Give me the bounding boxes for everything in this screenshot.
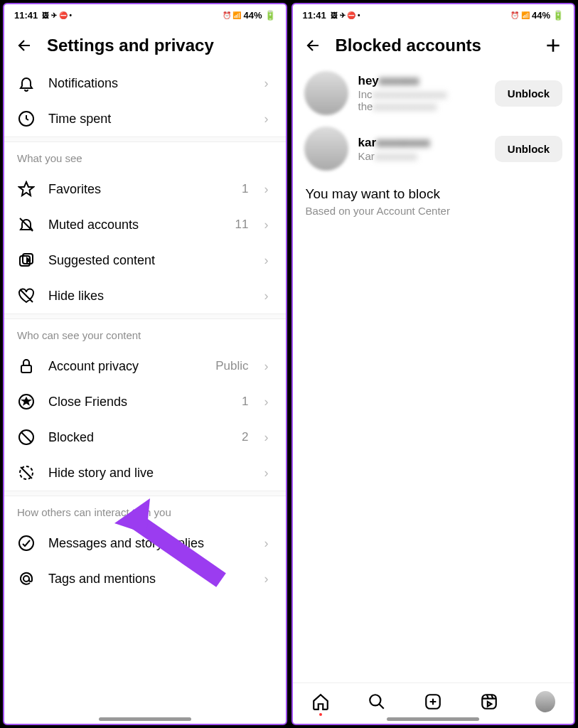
star-icon <box>17 180 36 198</box>
suggest-block: You may want to block Based on your Acco… <box>293 176 574 223</box>
message-icon <box>17 534 36 552</box>
blocked-username: heyxxxxxx <box>358 74 485 88</box>
battery-icon: 🔋 <box>264 10 276 21</box>
nav-reels[interactable] <box>479 692 499 712</box>
row-tags-mentions[interactable]: Tags and mentions › <box>4 561 286 596</box>
status-time: 11:41 <box>14 10 38 21</box>
row-account-privacy[interactable]: Account privacy Public › <box>4 348 286 384</box>
divider <box>4 314 286 319</box>
blocked-account-row: heyxxxxxx Incxxxxxxxxxxxxxx thexxxxxxxxx… <box>293 65 574 121</box>
notification-dot <box>319 713 322 716</box>
status-battery: 44% <box>532 10 550 21</box>
unblock-button[interactable]: Unblock <box>495 136 562 162</box>
section-header: What you see <box>4 142 286 171</box>
status-left-icons: 🖼 ✈ ⛔ • <box>42 11 72 19</box>
nav-create[interactable] <box>423 692 443 712</box>
row-suggested-content[interactable]: Suggested content › <box>4 242 286 278</box>
bell-icon <box>17 74 36 92</box>
section-header: Who can see your content <box>4 319 286 348</box>
section-header: How others can interact with you <box>4 496 286 525</box>
page-title: Settings and privacy <box>47 36 274 55</box>
suggest-sub: Based on your Account Center <box>306 205 562 217</box>
status-time: 11:41 <box>303 10 326 21</box>
row-messages-replies[interactable]: Messages and story replies › <box>4 525 286 561</box>
chevron-right-icon: › <box>264 359 273 374</box>
back-button[interactable] <box>304 36 323 55</box>
status-battery: 44% <box>243 10 262 21</box>
svg-point-9 <box>370 695 380 705</box>
chevron-right-icon: › <box>264 572 273 587</box>
status-bar: 11:41 🖼 ✈ ⛔ • ⏰ 📶 44% 🔋 <box>293 4 574 26</box>
chevron-right-icon: › <box>264 289 273 304</box>
chevron-right-icon: › <box>264 253 273 268</box>
row-hide-story[interactable]: Hide story and live › <box>4 455 286 491</box>
unblock-button[interactable]: Unblock <box>495 80 562 107</box>
row-blocked[interactable]: Blocked 2 › <box>4 419 286 455</box>
phone-right: 11:41 🖼 ✈ ⛔ • ⏰ 📶 44% 🔋 Blocked accounts… <box>291 3 576 725</box>
chevron-right-icon: › <box>264 182 273 197</box>
suggest-title: You may want to block <box>306 186 562 202</box>
row-time-spent[interactable]: Time spent › <box>4 101 286 136</box>
row-hide-likes[interactable]: Hide likes › <box>4 278 286 314</box>
chevron-right-icon: › <box>264 76 273 91</box>
home-indicator[interactable] <box>99 717 191 721</box>
svg-point-7 <box>19 536 33 550</box>
bell-off-icon <box>17 215 36 234</box>
blocked-username: karxxxxxxxx <box>358 136 485 150</box>
add-button[interactable] <box>544 36 562 55</box>
heart-off-icon <box>17 287 36 305</box>
page-header: Settings and privacy <box>4 26 286 65</box>
block-icon <box>17 428 36 446</box>
page-title: Blocked accounts <box>336 36 532 55</box>
nav-search[interactable] <box>367 692 387 712</box>
at-icon <box>17 569 36 588</box>
row-label: Notifications <box>48 76 252 91</box>
status-bar: 11:41 🖼 ✈ ⛔ • ⏰ 📶 44% 🔋 <box>4 4 286 26</box>
avatar[interactable] <box>304 71 348 115</box>
avatar[interactable] <box>304 127 348 171</box>
chevron-right-icon: › <box>264 466 273 481</box>
status-left-icons: 🖼 ✈ ⛔ • <box>331 11 360 19</box>
nav-home[interactable] <box>311 692 331 712</box>
chevron-right-icon: › <box>264 430 273 445</box>
play-circle-icon <box>17 251 36 269</box>
divider <box>4 136 286 142</box>
nav-profile[interactable] <box>535 692 555 712</box>
status-right-icons: ⏰ 📶 <box>510 11 530 19</box>
chevron-right-icon: › <box>264 112 273 127</box>
svg-rect-11 <box>483 695 497 709</box>
row-notifications[interactable]: Notifications › <box>4 65 286 101</box>
row-close-friends[interactable]: Close Friends 1 › <box>4 384 286 419</box>
status-right-icons: ⏰ 📶 <box>223 11 242 19</box>
chevron-right-icon: › <box>264 218 273 232</box>
star-circle-icon <box>17 392 36 411</box>
story-off-icon <box>17 464 36 482</box>
lock-icon <box>17 357 36 375</box>
profile-avatar-icon <box>535 691 555 712</box>
svg-rect-3 <box>21 365 31 373</box>
chevron-right-icon: › <box>264 536 273 551</box>
page-header: Blocked accounts <box>293 26 574 65</box>
clock-icon <box>17 109 36 128</box>
svg-point-8 <box>23 576 29 582</box>
back-button[interactable] <box>16 36 34 55</box>
chevron-right-icon: › <box>264 395 273 410</box>
row-favorites[interactable]: Favorites 1 › <box>4 171 286 207</box>
home-indicator[interactable] <box>387 717 479 721</box>
row-muted-accounts[interactable]: Muted accounts 11 › <box>4 207 286 242</box>
battery-icon: 🔋 <box>552 10 564 21</box>
blocked-account-row: karxxxxxxxx Karxxxxxxxx Unblock <box>293 121 574 176</box>
phone-left: 11:41 🖼 ✈ ⛔ • ⏰ 📶 44% 🔋 Settings and pri… <box>3 3 287 725</box>
divider <box>4 491 286 496</box>
